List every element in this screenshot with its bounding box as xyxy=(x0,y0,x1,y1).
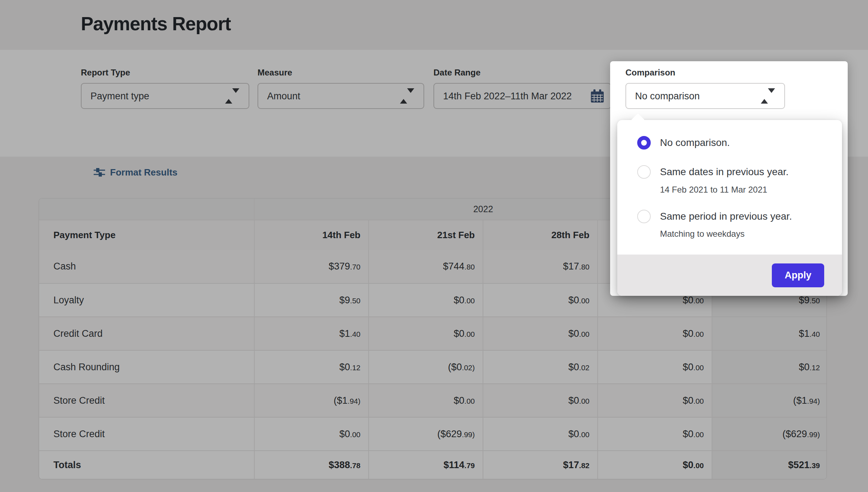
comparison-popover: No comparison. Same dates in previous ye… xyxy=(617,120,842,296)
radio-selected-icon[interactable] xyxy=(637,136,651,150)
same-period-sublabel: Matching to weekdays xyxy=(660,227,744,241)
stepper-icons[interactable] xyxy=(761,93,775,99)
stepper-up-icon[interactable] xyxy=(761,93,768,104)
comparison-value: No comparison xyxy=(635,90,700,101)
apply-button[interactable]: Apply xyxy=(772,263,824,287)
comparison-option-no-comparison[interactable]: No comparison. xyxy=(637,134,730,151)
comparison-option-same-dates[interactable]: Same dates in previous year. xyxy=(637,163,789,180)
radio-unselected-icon[interactable] xyxy=(637,165,651,179)
same-dates-sublabel: 14 Feb 2021 to 11 Mar 2021 xyxy=(660,183,767,197)
radio-unselected-icon[interactable] xyxy=(637,210,651,223)
comparison-select[interactable]: No comparison xyxy=(625,83,785,109)
comparison-label: Comparison xyxy=(625,68,675,78)
popover-footer: Apply xyxy=(617,255,842,296)
payments-report-page: Payments Report Report Type Payment type… xyxy=(0,0,868,492)
stepper-down-icon[interactable] xyxy=(768,88,775,99)
comparison-option-same-period[interactable]: Same period in previous year. xyxy=(637,208,792,225)
